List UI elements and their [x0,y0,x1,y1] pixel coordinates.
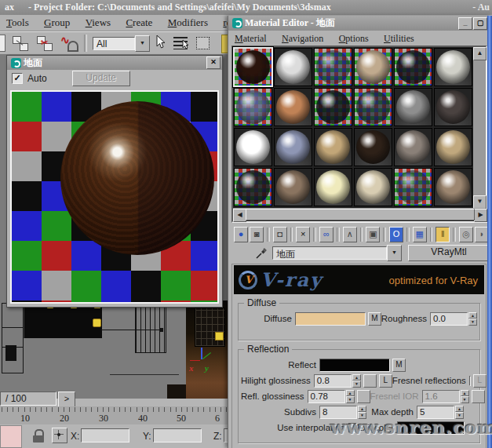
update-button[interactable]: Update [72,71,130,86]
next-frame-button[interactable]: > [58,392,75,407]
material-slot[interactable] [394,88,432,126]
chevron-down-icon[interactable]: ▼ [387,245,402,261]
refl-glossiness-field[interactable]: 0.78 [308,390,345,403]
fresnel-checkbox[interactable] [469,376,471,386]
selection-filter[interactable]: All ▼ [93,35,150,52]
material-slot[interactable] [234,88,272,126]
make-unique-button[interactable]: ∧ [343,227,357,242]
bind-to-space-warp-icon[interactable]: ∿ [60,35,78,52]
selection-filter-value[interactable]: All [93,37,135,50]
material-slot[interactable] [394,168,432,206]
perspective-viewport[interactable]: x y [186,300,228,399]
menu-tools[interactable]: Tools [6,16,29,29]
spin-down-icon[interactable]: ▼ [461,396,469,403]
hilight-lock-button[interactable]: L [379,374,392,388]
rectangular-selection-icon[interactable] [196,35,210,52]
spin-up-icon[interactable]: ▲ [455,406,464,413]
scroll-right-icon[interactable]: ▶ [474,209,487,222]
material-type-button[interactable]: VRayMtl [408,245,490,261]
menu-views[interactable]: Views [86,16,111,29]
menu-group[interactable]: Group [44,16,70,29]
minimize-icon[interactable]: _ [458,17,472,30]
spin-up-icon[interactable]: ▲ [468,312,477,319]
roughness-field[interactable]: 0.0 [430,312,468,326]
get-material-button[interactable]: ● [234,227,248,242]
material-name-field[interactable]: 地面 [272,246,387,260]
spin-up-icon[interactable]: ▲ [358,406,366,413]
hilight-glossiness-field[interactable]: 0.8 [314,374,352,388]
menu-navigation[interactable]: Navigation [282,33,323,45]
menu-material[interactable]: Material [235,33,267,45]
material-slot[interactable] [434,128,472,166]
material-slot[interactable] [354,88,392,126]
make-copy-button[interactable]: ∞ [319,227,333,242]
fresnel-lock-button[interactable]: L [473,374,487,388]
scroll-down-icon[interactable]: ▼ [473,195,487,209]
chevron-down-icon[interactable]: ▼ [135,35,150,52]
show-map-viewport-button[interactable]: ▦ [413,227,427,242]
material-slot[interactable] [354,168,392,206]
frame-indicator[interactable]: / 100 [0,392,56,406]
maximize-icon[interactable]: ▢ [473,17,487,30]
horizontal-scroll-thumb[interactable] [246,209,475,220]
reflect-swatch[interactable] [319,359,390,372]
close-icon[interactable]: ✕ [206,56,220,69]
hilight-map-button[interactable] [363,374,377,388]
menu-create[interactable]: Create [126,16,152,29]
material-editor-titlebar[interactable]: Material Editor - 地面 _ ▢ [228,16,492,31]
material-slot[interactable] [394,48,432,86]
material-slot[interactable] [274,128,312,166]
selection-lock-icon[interactable] [31,428,47,444]
scroll-up-icon[interactable]: ▲ [473,47,487,60]
fresnel-ior-map-button[interactable] [472,390,485,403]
refl-spinner[interactable]: ▲▼ [346,390,355,403]
put-material-scene-button[interactable]: ◙ [250,227,264,242]
material-slot[interactable] [314,128,352,166]
material-slot[interactable] [394,128,432,166]
material-slot[interactable] [354,48,392,86]
fresnel-ior-spinner[interactable]: ▲▼ [461,390,469,403]
track-bar[interactable]: 10203040506 [0,406,233,424]
spin-up-icon[interactable]: ▲ [352,374,361,381]
unlink-selection-icon[interactable]: ✂ [35,35,54,52]
reflect-map-button[interactable]: M [392,359,406,372]
show-end-result-button[interactable]: ‖ [436,227,450,242]
pick-material-eyedropper-icon[interactable] [255,247,268,260]
select-by-name-icon[interactable] [173,35,191,52]
material-slot[interactable] [434,168,472,206]
assign-material-button[interactable]: ◘ [273,227,287,242]
select-object-icon[interactable] [155,35,168,52]
spin-down-icon[interactable]: ▼ [352,381,361,388]
menu-utilities[interactable]: Utilities [384,33,414,45]
material-slot[interactable] [354,128,392,166]
refl-map-button[interactable] [357,390,370,403]
preview-window-titlebar[interactable]: 地面 ✕ [7,56,222,70]
spin-down-icon[interactable]: ▼ [468,319,477,326]
reset-material-button[interactable]: × [296,227,310,242]
go-parent-button[interactable]: ◎ [459,227,473,242]
material-slot[interactable] [233,47,273,87]
spin-up-icon[interactable]: ▲ [346,390,355,397]
diffuse-map-button[interactable]: M [368,312,381,326]
material-slot[interactable] [274,88,312,126]
put-library-button[interactable]: ▣ [366,227,380,242]
menu-modifiers[interactable]: Modifiers [168,16,208,29]
material-id-button[interactable]: O [389,227,403,242]
material-slot[interactable] [434,48,472,86]
material-slot[interactable] [274,168,312,206]
spin-up-icon[interactable]: ▲ [461,390,469,397]
absolute-mode-button[interactable] [52,428,67,443]
material-slot[interactable] [274,48,312,86]
material-slot[interactable] [314,48,352,86]
material-slot[interactable] [314,88,352,126]
select-and-link-icon[interactable] [11,35,30,52]
material-slot[interactable] [234,168,272,206]
roughness-spinner[interactable]: ▲▼ [468,312,477,326]
x-coordinate-field[interactable] [81,428,129,443]
fresnel-ior-field[interactable]: 1.6 [422,390,460,403]
material-slot[interactable] [314,168,352,206]
menu-options[interactable]: Options [339,33,369,45]
hilight-spinner[interactable]: ▲▼ [352,374,361,388]
material-slot[interactable] [434,88,472,126]
diffuse-swatch[interactable] [295,312,366,326]
